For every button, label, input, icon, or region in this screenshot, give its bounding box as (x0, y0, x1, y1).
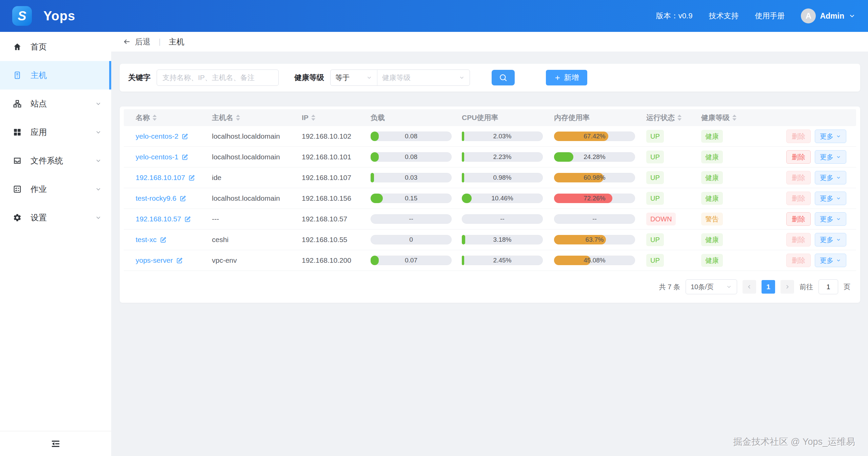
host-name-link[interactable]: yelo-centos-2 (136, 132, 189, 140)
column-header[interactable]: IP (290, 114, 364, 122)
app-logo-icon: S (12, 6, 32, 26)
sidebar-item-job[interactable]: 作业 (0, 175, 111, 203)
filter-bar: 关键字 健康等级 等于 健康等级 (120, 64, 860, 92)
table-row: test-xcceshi192.168.10.5503.18%63.7%UP健康… (124, 230, 856, 250)
sidebar-item-label: 首页 (31, 41, 47, 52)
cpu-bar: 3.18% (462, 235, 543, 244)
bar-value: 0.08 (371, 132, 452, 141)
sidebar-item-label: 文件系统 (31, 155, 63, 166)
bar-value: 0.98% (462, 173, 543, 182)
load-bar: 0.03 (371, 173, 452, 182)
add-host-button[interactable]: 新增 (546, 70, 587, 85)
more-button[interactable]: 更多 (815, 130, 846, 143)
search-button[interactable] (492, 70, 515, 85)
sidebar-item-label: 作业 (31, 184, 47, 195)
sidebar-item-app[interactable]: 应用 (0, 118, 111, 146)
main-area: 后退 | 主机 关键字 健康等级 等于 健康等级 (111, 32, 868, 456)
more-label: 更多 (820, 173, 833, 182)
hostname-cell: vpc-env (200, 256, 290, 264)
delete-button[interactable]: 删除 (786, 150, 811, 164)
sidebar-item-filesystem[interactable]: 文件系统 (0, 146, 111, 175)
more-label: 更多 (820, 215, 833, 224)
host-name-link[interactable]: 192.168.10.57 (136, 215, 191, 223)
health-level-select[interactable]: 健康等级 (377, 70, 470, 85)
sidebar-item-home[interactable]: 首页 (0, 33, 111, 61)
chevron-down-icon (836, 154, 841, 160)
column-label: 内存使用率 (554, 113, 590, 122)
page-title: 主机 (169, 37, 184, 47)
page-size-select[interactable]: 10条/页 (686, 279, 737, 294)
column-header[interactable]: 健康等级 (692, 113, 739, 122)
chevron-down-icon (95, 214, 102, 221)
mem-bar: -- (554, 214, 635, 224)
column-header[interactable]: 运行状态 (636, 113, 692, 122)
edit-icon (181, 133, 189, 140)
health-select-placeholder: 健康等级 (382, 73, 411, 82)
goto-page-input[interactable] (818, 279, 838, 294)
ip-cell: 192.168.10.101 (290, 153, 364, 161)
table-row: test-rocky9.6localhost.localdomain192.16… (124, 188, 856, 209)
host-name-link[interactable]: yelo-centos-1 (136, 153, 189, 161)
hostname-cell: ide (200, 174, 290, 182)
home-icon (13, 42, 22, 51)
column-label: IP (302, 114, 309, 122)
sidebar-footer (0, 431, 111, 456)
host-name-link[interactable]: yops-server (136, 256, 183, 264)
more-button[interactable]: 更多 (815, 212, 846, 226)
version-label: 版本：v0.9 (656, 11, 693, 21)
bar-value: -- (462, 214, 543, 224)
column-header[interactable]: 主机名 (200, 113, 290, 122)
delete-button[interactable]: 删除 (786, 212, 811, 226)
collapse-sidebar-icon[interactable] (51, 439, 61, 449)
health-badge: 健康 (701, 130, 723, 143)
mem-bar: 24.28% (554, 152, 635, 162)
column-header[interactable]: 名称 (124, 113, 200, 122)
more-button[interactable]: 更多 (815, 192, 846, 205)
health-badge: 健康 (701, 171, 723, 184)
sidebar: 首页主机站点应用文件系统作业设置 (0, 32, 111, 456)
user-menu[interactable]: A Admin (801, 8, 856, 23)
operator-select[interactable]: 等于 (331, 70, 377, 85)
host-name-link[interactable]: test-rocky9.6 (136, 194, 186, 202)
more-label: 更多 (820, 153, 833, 162)
page-number-button[interactable]: 1 (762, 280, 775, 294)
total-count-label: 共 7 条 (659, 282, 680, 292)
chevron-down-icon (836, 196, 841, 201)
sort-caret-icon (153, 115, 157, 121)
status-badge: UP (646, 130, 664, 143)
load-bar: 0.15 (371, 194, 452, 203)
host-name-link[interactable]: 192.168.10.107 (136, 174, 195, 182)
chevron-down-icon (95, 129, 102, 136)
host-name-link[interactable]: test-xc (136, 236, 167, 244)
avatar-letter: A (806, 11, 811, 21)
table-row: yelo-centos-2localhost.localdomain192.16… (124, 126, 856, 147)
operator-value: 等于 (335, 73, 350, 82)
more-label: 更多 (820, 256, 833, 265)
sidebar-item-host[interactable]: 主机 (0, 61, 111, 90)
load-bar: -- (371, 214, 452, 224)
bar-value: 0.03 (371, 173, 452, 182)
status-badge: UP (646, 151, 664, 163)
more-button[interactable]: 更多 (815, 150, 846, 164)
sidebar-item-label: 应用 (31, 127, 47, 138)
bar-value: 45.08% (554, 256, 635, 265)
avatar: A (801, 8, 816, 23)
bar-value: 0.08 (371, 152, 452, 162)
more-button[interactable]: 更多 (815, 171, 846, 184)
goto-label: 前往 (800, 282, 813, 292)
prev-page-button[interactable] (743, 280, 756, 294)
keyword-input[interactable] (157, 70, 279, 86)
more-button[interactable]: 更多 (815, 233, 846, 246)
more-button[interactable]: 更多 (815, 254, 846, 267)
support-link[interactable]: 技术支持 (709, 11, 738, 21)
chevron-down-icon (366, 75, 372, 81)
back-button[interactable]: 后退 (123, 37, 151, 47)
manual-link[interactable]: 使用手册 (755, 11, 785, 21)
sidebar-item-settings[interactable]: 设置 (0, 203, 111, 232)
site-icon (13, 99, 22, 108)
next-page-button[interactable] (781, 280, 794, 294)
cpu-bar: 2.45% (462, 256, 543, 265)
sidebar-item-site[interactable]: 站点 (0, 90, 111, 118)
ip-cell: 192.168.10.107 (290, 174, 364, 182)
status-badge: UP (646, 171, 664, 184)
